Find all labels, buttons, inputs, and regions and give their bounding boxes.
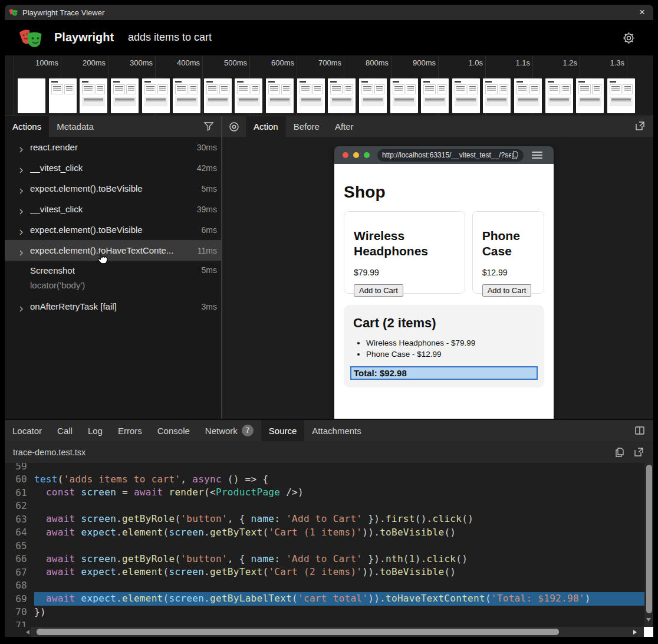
action-row[interactable]: expect.element().toBeVisible5ms (5, 178, 221, 199)
vertical-scrollbar-thumb[interactable] (646, 465, 652, 613)
code-line-text: await expect.element(screen.getByLabelTe… (34, 592, 644, 606)
code-line: 64 await expect.element(screen.getByText… (5, 526, 644, 540)
action-row[interactable]: react.render30ms (5, 137, 221, 157)
thumbnail-mini-product (361, 84, 373, 94)
settings-gear-icon[interactable] (622, 31, 636, 45)
action-row[interactable]: __vitest_click39ms (5, 199, 221, 219)
scroll-right-arrow-icon[interactable] (633, 630, 637, 635)
close-window-button[interactable]: × (639, 6, 645, 18)
tab-attachments[interactable]: Attachments (304, 420, 369, 441)
snapshot-tabbar: ActionBeforeAfter (222, 116, 653, 137)
thumbnail-mini-heading (175, 81, 182, 83)
code-token: await (46, 553, 75, 564)
add-to-cart-button[interactable]: Add to Cart (354, 284, 403, 297)
code-token: () (462, 513, 473, 524)
browser-menu-icon[interactable] (532, 150, 542, 160)
film-strip-thumbnail[interactable] (111, 78, 139, 113)
code-token: ( (262, 566, 268, 577)
code-editor[interactable]: 5960test('adds items to cart', async () … (5, 463, 644, 627)
tab-errors[interactable]: Errors (110, 420, 150, 441)
thumbnail-mini-product (312, 84, 323, 94)
vertical-scrollbar[interactable] (644, 463, 653, 627)
code-line: 62 (5, 500, 644, 513)
tab-console[interactable]: Console (150, 420, 198, 441)
expand-chevron-icon[interactable] (18, 186, 24, 192)
film-strip-thumbnail[interactable] (545, 78, 573, 113)
code-token (34, 566, 46, 577)
pick-locator-target-icon[interactable] (222, 116, 246, 137)
tab-log[interactable]: Log (80, 420, 110, 441)
action-row[interactable]: expect.element().toBeVisible6ms (5, 219, 221, 240)
code-token: toBeVisible (380, 527, 444, 538)
open-source-externally-icon[interactable] (633, 447, 644, 458)
action-row[interactable]: Screenshot5mslocator('body') (5, 261, 221, 296)
film-strip-thumbnail[interactable] (235, 78, 262, 113)
code-token: )). (362, 566, 380, 577)
film-strip-thumbnail[interactable] (390, 78, 418, 113)
tab-label: Network (205, 426, 238, 436)
source-file-name: trace-demo.test.tsx (13, 448, 85, 457)
film-strip-thumbnail[interactable] (576, 78, 604, 113)
cart-total-highlighted: Total: $92.98 (350, 366, 538, 380)
timeline-tick-label: 800ms (338, 58, 389, 68)
expand-chevron-icon[interactable] (18, 304, 24, 310)
tab-action[interactable]: Action (246, 116, 286, 137)
copy-url-icon[interactable] (511, 151, 519, 159)
scroll-left-arrow-icon[interactable] (26, 630, 29, 635)
action-row[interactable]: __vitest_click42ms (5, 157, 221, 178)
thumbnail-mini-products (268, 84, 291, 94)
window-title: Playwright Trace Viewer (22, 8, 104, 17)
thumbnail-mini-product (437, 84, 447, 94)
film-strip-thumbnail[interactable] (297, 78, 325, 113)
tab-locator[interactable]: Locator (5, 420, 50, 441)
film-strip-thumbnail[interactable] (483, 78, 511, 113)
expand-chevron-icon[interactable] (18, 144, 24, 150)
scroll-down-arrow-icon[interactable] (646, 618, 651, 622)
timeline-tick-label: 1.1s (479, 58, 530, 68)
add-to-cart-button[interactable]: Add to Cart (482, 284, 532, 297)
tab-before[interactable]: Before (286, 116, 327, 137)
code-token: getByText (210, 527, 262, 538)
tab-call[interactable]: Call (50, 420, 80, 441)
film-strip-thumbnail[interactable] (328, 78, 356, 113)
copy-source-icon[interactable] (614, 447, 625, 458)
thumbnail-mini-product (455, 84, 466, 94)
split-view-icon[interactable] (634, 425, 645, 436)
expand-chevron-icon[interactable] (18, 248, 24, 254)
film-strip-thumbnail[interactable] (359, 78, 387, 113)
expand-chevron-icon[interactable] (18, 227, 24, 233)
expand-chevron-icon[interactable] (18, 165, 24, 171)
filter-funnel-icon[interactable] (203, 121, 214, 132)
code-token: nth (386, 553, 403, 564)
open-snapshot-popout-icon[interactable] (634, 121, 645, 132)
tab-after[interactable]: After (327, 116, 361, 137)
film-strip-thumbnail[interactable] (204, 78, 232, 113)
film-strip-thumbnail[interactable] (421, 78, 449, 113)
product-cards: Wireless Headphones$79.99Add to CartPhon… (344, 211, 544, 294)
film-strip-thumbnail[interactable] (80, 78, 107, 113)
film-strip-thumbnail[interactable] (452, 78, 480, 113)
code-token: ( (58, 474, 64, 485)
thumbnail-mini-heading (516, 81, 523, 83)
tab-actions[interactable]: Actions (5, 116, 49, 137)
tab-metadata[interactable]: Metadata (49, 116, 101, 137)
timeline-strip[interactable]: 100ms200ms300ms400ms500ms600ms700ms800ms… (5, 55, 653, 116)
horizontal-scrollbar-thumb[interactable] (37, 629, 559, 635)
action-label: expect.element().toBeVisible (30, 183, 143, 193)
line-number: 70 (5, 606, 27, 617)
film-strip-thumbnail[interactable] (266, 78, 294, 113)
film-strip-thumbnail[interactable] (514, 78, 542, 113)
film-strip-thumbnail[interactable] (173, 78, 200, 113)
film-strip-thumbnail[interactable] (49, 78, 77, 113)
tab-source[interactable]: Source (261, 420, 305, 441)
action-row[interactable]: onAfterRetryTask [fail]3ms (5, 296, 221, 317)
tab-network[interactable]: Network7 (198, 420, 261, 441)
film-strip-thumbnail[interactable] (18, 78, 45, 113)
tab-label: Call (57, 426, 73, 436)
action-row[interactable]: expect.element().toHaveTextConte...11ms (5, 240, 221, 261)
film-strip-thumbnail[interactable] (607, 78, 635, 113)
action-sublabel: locator('body') (30, 280, 85, 290)
film-strip-thumbnail[interactable] (142, 78, 170, 113)
expand-chevron-icon[interactable] (18, 206, 24, 212)
horizontal-scrollbar[interactable] (31, 627, 644, 637)
